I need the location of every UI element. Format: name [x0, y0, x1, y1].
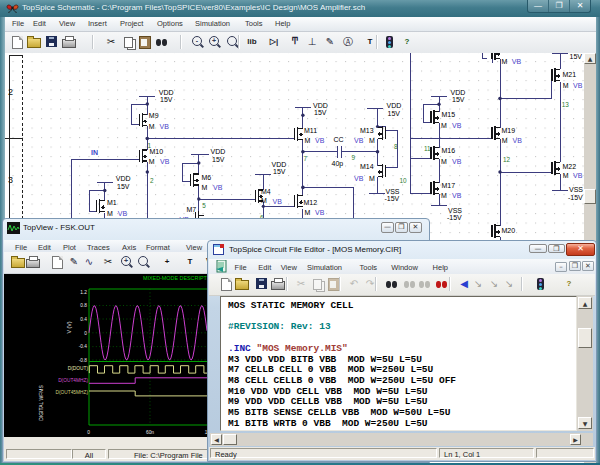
text-icon[interactable]: T — [363, 35, 377, 49]
zoom-icon[interactable] — [137, 255, 151, 269]
simulate-icon[interactable] — [533, 277, 547, 291]
menu-simulation[interactable]: Simulation — [195, 19, 230, 28]
scroll-right-icon[interactable]: ▶ — [570, 434, 581, 445]
menu-format[interactable]: Format — [146, 243, 170, 252]
schematic-label: VB — [452, 122, 462, 129]
menu-plot[interactable]: Plot — [63, 243, 76, 252]
scroll-thumb[interactable] — [223, 434, 237, 445]
editor-vscrollbar[interactable]: ▲ ▼ — [577, 296, 593, 431]
menu-edit[interactable]: Edit — [258, 263, 271, 272]
annotate-icon[interactable]: Ⓐ — [341, 35, 355, 49]
desktop: { "colors":{"wire":"#3c3c7e","symbol":"#… — [0, 0, 600, 465]
zoom-in-icon[interactable]: + — [120, 255, 134, 269]
library-icon[interactable]: lib — [245, 35, 259, 49]
maximize-button[interactable]: ❐ — [549, 0, 570, 12]
step-icon[interactable]: ↘ — [471, 277, 485, 291]
scroll-left-icon[interactable]: ◀ — [211, 434, 222, 445]
diode-icon[interactable]: ▷| — [267, 35, 281, 49]
ground-icon[interactable]: ⊥ — [305, 35, 319, 49]
open-icon[interactable] — [235, 277, 249, 291]
menu-tools[interactable]: Tools — [360, 263, 378, 272]
undo-icon[interactable]: ↶ — [347, 277, 361, 291]
find-icon[interactable] — [384, 277, 398, 291]
save-icon[interactable] — [254, 277, 268, 291]
print-icon[interactable] — [26, 255, 40, 269]
schematic-label: M — [149, 158, 155, 165]
edit-trace-icon[interactable]: ✎ — [67, 255, 81, 269]
paste-icon[interactable] — [138, 35, 152, 49]
menu-file[interactable]: File — [235, 263, 247, 272]
menu-edit[interactable]: Edit — [38, 243, 51, 252]
status-ready: Ready — [210, 448, 437, 458]
code-editor-area[interactable]: MOS STATIC MEMORY CELL#REVISION: Rev: 13… — [220, 296, 577, 431]
menu-view[interactable]: View — [281, 263, 297, 272]
zoom-in-icon[interactable]: + — [208, 35, 222, 49]
menu-options[interactable]: Options — [157, 19, 183, 28]
copy-icon[interactable] — [121, 35, 135, 49]
menu-simulation[interactable]: Simulation — [307, 263, 342, 272]
topview-maximize-button[interactable]: ❐ — [395, 222, 408, 233]
menu-insert[interactable]: Insert — [88, 19, 107, 28]
menu-help[interactable]: Help — [433, 263, 448, 272]
help-icon[interactable]: ? — [562, 277, 576, 291]
menu-traces[interactable]: Traces — [87, 243, 110, 252]
menu-view[interactable]: View — [59, 19, 75, 28]
copy-icon[interactable] — [310, 277, 324, 291]
menu-help[interactable]: Help — [275, 19, 290, 28]
editor-hscrollbar[interactable]: ◀ ▶ — [210, 433, 593, 446]
mdi-minimize-button[interactable]: – — [555, 262, 567, 272]
waveform-plot[interactable]: MIXED-MODE DESCRIPTION1.20.80.40-0.4-0.8… — [4, 274, 209, 437]
open-icon[interactable] — [11, 255, 25, 269]
print-icon[interactable] — [271, 277, 285, 291]
menu-file[interactable]: File — [12, 19, 24, 28]
cut-icon[interactable]: ✂ — [101, 255, 115, 269]
crosshair-icon[interactable]: + — [160, 255, 174, 269]
topview-close-button[interactable]: ✕ — [409, 222, 422, 233]
wire-draw-icon[interactable]: ✎ — [323, 35, 337, 49]
editor-close-button[interactable]: ✕ — [566, 243, 595, 256]
menu-window[interactable]: Window — [391, 263, 418, 272]
save-icon[interactable] — [44, 35, 58, 49]
minimize-button[interactable]: — — [528, 0, 549, 12]
find-icon[interactable] — [154, 35, 168, 49]
find-next-icon[interactable] — [402, 277, 416, 291]
waveform-icon[interactable]: ∿ — [82, 255, 96, 269]
editor-minimize-button[interactable]: — — [529, 244, 547, 253]
main-titlebar[interactable]: TopSpice Schematic - C:\Program Files\To… — [0, 0, 600, 17]
menu-file[interactable]: File — [15, 243, 27, 252]
probe-icon[interactable]: Ͳ — [288, 35, 302, 49]
editor-maximize-button[interactable]: ❐ — [548, 244, 565, 253]
menu-axis[interactable]: Axis — [122, 243, 136, 252]
new-icon[interactable] — [50, 255, 64, 269]
open-icon[interactable] — [27, 35, 41, 49]
menu-edit[interactable]: Edit — [33, 19, 46, 28]
new-icon[interactable] — [10, 35, 24, 49]
scroll-up-icon[interactable]: ▲ — [584, 53, 596, 64]
topview-title: TopView - FSK.OUT — [23, 223, 95, 232]
find-in-files-icon[interactable] — [434, 277, 448, 291]
run-to-icon[interactable]: ↘ — [487, 277, 501, 291]
menu-tools[interactable]: Tools — [245, 19, 263, 28]
zoom-out-icon[interactable]: - — [191, 35, 205, 49]
simulate-icon[interactable] — [382, 35, 396, 49]
topview-minimize-button[interactable]: — — [381, 222, 394, 233]
stop-icon[interactable]: ↘ — [502, 277, 516, 291]
close-button[interactable]: ✕ — [570, 0, 590, 12]
scroll-up-icon[interactable]: ▲ — [578, 297, 592, 309]
cut-icon[interactable]: ✂ — [104, 35, 118, 49]
help-icon[interactable]: ? — [400, 35, 414, 49]
schematic-label: M14 — [360, 163, 374, 170]
cut-icon[interactable]: ✂ — [294, 277, 308, 291]
goto-icon[interactable]: ◀ — [457, 277, 471, 291]
mdi-restore-button[interactable]: ❐ — [569, 261, 581, 271]
find-prev-icon[interactable] — [417, 277, 431, 291]
menu-view[interactable]: View — [186, 243, 202, 252]
scroll-down-icon[interactable]: ▼ — [578, 417, 592, 429]
new-icon[interactable] — [219, 277, 233, 291]
scroll-thumb[interactable] — [584, 189, 596, 204]
text-icon[interactable]: T — [183, 255, 197, 269]
scroll-thumb[interactable] — [578, 328, 592, 348]
menu-project[interactable]: Project — [120, 19, 143, 28]
mdi-close-button[interactable]: ✕ — [582, 261, 594, 271]
print-icon[interactable] — [62, 35, 76, 49]
